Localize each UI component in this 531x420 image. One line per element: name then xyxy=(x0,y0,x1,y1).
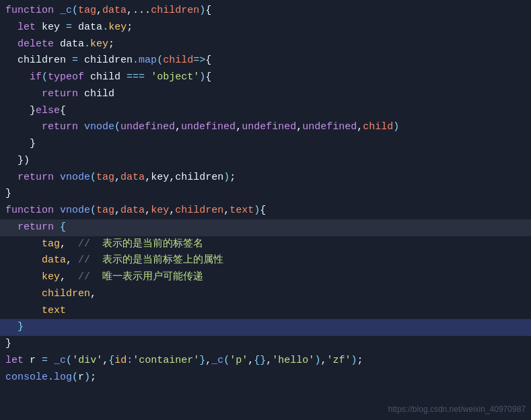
code-line-18: children, xyxy=(0,286,531,303)
code-line-16: data, // 表示的是当前标签上的属性 xyxy=(0,252,531,269)
code-line-19: text xyxy=(0,303,531,320)
code-line-3: delete data.key; xyxy=(0,36,531,53)
code-editor: function _c(tag,data,...children){ let k… xyxy=(0,0,531,420)
code-line-7: }else{ xyxy=(0,103,531,120)
watermark: https://blog.csdn.net/weixin_40970987 xyxy=(388,403,526,416)
code-line-2: let key = data.key; xyxy=(0,20,531,36)
code-line-13: function vnode(tag,data,key,children,tex… xyxy=(0,203,531,219)
code-line-10: }) xyxy=(0,153,531,170)
code-line-22: let r = _c('div',{id:'container'},_c('p'… xyxy=(0,353,531,370)
code-line-12: } xyxy=(0,186,531,203)
code-line-21: } xyxy=(0,336,531,353)
code-line-4: children = children.map(child=>{ xyxy=(0,53,531,69)
code-line-5: if(typeof child === 'object'){ xyxy=(0,69,531,86)
code-line-15: tag, // 表示的是当前的标签名 xyxy=(0,236,531,253)
code-line-23: console.log(r); xyxy=(0,370,531,386)
code-line-14: return { xyxy=(0,219,531,236)
code-line-1: function _c(tag,data,...children){ xyxy=(0,3,531,20)
code-line-20: } xyxy=(0,319,531,336)
code-line-17: key, // 唯一表示用户可能传递 xyxy=(0,269,531,286)
code-line-8: return vnode(undefined,undefined,undefin… xyxy=(0,119,531,136)
code-line-6: return child xyxy=(0,86,531,103)
code-line-9: } xyxy=(0,136,531,153)
code-line-11: return vnode(tag,data,key,children); xyxy=(0,170,531,186)
